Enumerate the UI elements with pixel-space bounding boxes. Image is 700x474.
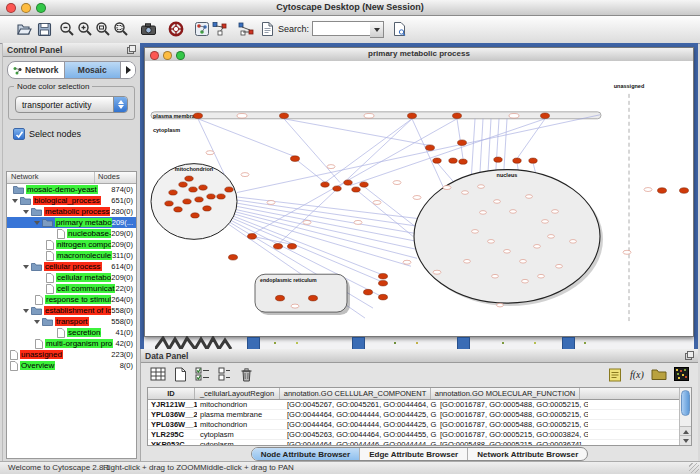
tree-row[interactable]: response to stimulu 264(0): [7, 294, 136, 305]
node-color-dropdown[interactable]: transporter activity: [15, 96, 128, 113]
notepad-icon[interactable]: [606, 365, 624, 383]
table-row[interactable]: YLR295C cytoplasm [GO:0045263, GO:004446…: [148, 430, 691, 440]
tree-row[interactable]: secretion 41(0): [7, 327, 136, 338]
tree-row-count: 209(0): [111, 240, 136, 249]
search-input[interactable]: [312, 21, 374, 36]
tab-node-attribute-browser[interactable]: Node Attribute Browser: [252, 448, 360, 460]
table-row[interactable]: YKR052C cytoplasm [GO:0044464, GO:004444…: [148, 440, 691, 446]
search-dropdown-button[interactable]: [370, 21, 384, 38]
unselect-attributes-icon[interactable]: [215, 365, 233, 383]
tree-row[interactable]: establishment of lo 558(0): [7, 305, 136, 316]
tree-column-network: Network: [7, 172, 94, 183]
snapshot-camera-icon[interactable]: [138, 19, 158, 39]
cell-region: cytoplasm: [197, 430, 284, 439]
node-attribute-table: ID _cellularLayoutRegion annotation.GO C…: [147, 387, 692, 446]
column-header-region[interactable]: _cellularLayoutRegion: [195, 388, 280, 399]
cell-component: [GO:0045263, GO:0044464, GO:0044455, G..…: [284, 430, 437, 439]
zoom-in-icon[interactable]: [75, 19, 95, 39]
svg-text:endoplasmic reticulum: endoplasmic reticulum: [260, 277, 317, 283]
tree-row[interactable]: metabolic process 280(0): [7, 206, 136, 217]
tree-row-count: 22(0): [115, 284, 136, 293]
cell-id: YPL036W__1: [148, 420, 197, 429]
table-row[interactable]: YPL036W__1 mitochondrion [GO:0044464, GO…: [148, 420, 691, 430]
tab-network-attribute-browser[interactable]: Network Attribute Browser: [467, 448, 587, 460]
open-file-icon[interactable]: [14, 19, 34, 39]
scroll-down-button[interactable]: [680, 435, 691, 445]
network-canvas[interactable]: plasma membrane cytoplasm unassigned: [145, 61, 693, 336]
tab-mosaic[interactable]: Mosaic: [64, 62, 122, 78]
search-config-icon[interactable]: [389, 19, 409, 39]
tree-row[interactable]: mosaic-demo-yeast 874(0): [7, 184, 136, 195]
column-header-cellular-component[interactable]: annotation.GO CELLULAR_COMPONENT: [280, 388, 431, 399]
control-panel-tabs: Network Mosaic: [7, 61, 136, 79]
formula-icon[interactable]: f(x): [628, 365, 646, 383]
help-lifering-icon[interactable]: [166, 19, 186, 39]
table-row[interactable]: YJR121W__1 mitochondrion [GO:0045267, GO…: [148, 400, 691, 410]
app-titlebar: Cytoscape Desktop (New Session): [0, 0, 700, 16]
network-tree-panel: Network Nodes mosaic-demo-yeast 874(0) b…: [6, 171, 137, 459]
layout-network-icon[interactable]: [210, 19, 230, 39]
float-panel-icon[interactable]: [127, 45, 136, 54]
network-view-window: primary metabolic process plasma membran…: [144, 47, 694, 337]
tree-row[interactable]: cell communicat 22(0): [7, 283, 136, 294]
tab-edge-attribute-browser[interactable]: Edge Attribute Browser: [359, 448, 467, 460]
tree-row-count: 264(0): [111, 295, 136, 304]
zoom-selected-icon[interactable]: [111, 19, 131, 39]
save-icon[interactable]: [34, 19, 54, 39]
tree-row-count: 41(0): [115, 328, 136, 337]
tree-row[interactable]: unassigned 223(0): [7, 349, 136, 360]
endoplasmic-reticulum-region: endoplasmic reticulum: [255, 274, 350, 315]
tree-expand-icon[interactable]: [23, 309, 29, 313]
zoom-fit-icon[interactable]: [93, 19, 113, 39]
node-color-selection-label: Node color selection: [14, 82, 92, 91]
select-attributes-icon[interactable]: [193, 365, 211, 383]
tree-row[interactable]: transport 558(0): [7, 316, 136, 327]
tree-row-count: 8(0): [120, 361, 136, 370]
tree-expand-icon[interactable]: [12, 199, 18, 203]
attribute-matrix-icon[interactable]: [672, 365, 690, 383]
tree-row[interactable]: multi-organism pro 42(0): [7, 338, 136, 349]
tree-expand-icon[interactable]: [23, 210, 29, 214]
tab-network[interactable]: Network: [8, 62, 64, 78]
tree-row[interactable]: cellular process 614(0): [7, 261, 136, 272]
cytoplasm-label: cytoplasm: [153, 127, 180, 133]
tree-row-label: transport: [55, 317, 89, 326]
tree-row[interactable]: cellular metabo 209(0): [7, 272, 136, 283]
background-window-strip: [144, 336, 694, 349]
column-header-id[interactable]: ID: [148, 388, 195, 399]
network-window-titlebar[interactable]: primary metabolic process: [145, 48, 693, 62]
tree-expand-icon[interactable]: [23, 265, 29, 269]
tree-row[interactable]: biological_process 651(0): [7, 195, 136, 206]
zoom-out-icon[interactable]: [57, 19, 77, 39]
layout-network-icon-2[interactable]: [236, 19, 256, 39]
tree-row-count: 42(0): [115, 339, 136, 348]
network-overview-icon[interactable]: [192, 19, 212, 39]
tree-row-selected[interactable]: primary metabo 209(...: [7, 217, 136, 228]
tree-row[interactable]: nucleobase- 209(0): [7, 228, 136, 239]
tree-row-count: 209(0): [111, 273, 136, 282]
tree-row[interactable]: macromolecule 311(0): [7, 250, 136, 261]
new-attribute-icon[interactable]: [171, 365, 189, 383]
table-scrollbar[interactable]: [679, 388, 691, 445]
status-pan-hint: Middle-click + drag to PAN: [200, 463, 294, 472]
delete-attribute-trash-icon[interactable]: [237, 365, 255, 383]
tree-expand-icon[interactable]: [34, 221, 40, 225]
tab-overflow-button[interactable]: [121, 62, 135, 78]
folder-icon: [31, 262, 42, 271]
attribute-table-icon[interactable]: [149, 365, 167, 383]
table-row[interactable]: YPL036W__2 plasma membrane [GO:0044464, …: [148, 410, 691, 420]
tree-expand-icon[interactable]: [34, 320, 40, 324]
scrollbar-thumb[interactable]: [681, 390, 690, 416]
file-icon: [57, 328, 65, 338]
tree-row-label: response to stimulu: [45, 295, 111, 304]
annotation-doc-icon[interactable]: [257, 19, 277, 39]
float-panel-icon[interactable]: [685, 351, 694, 360]
select-nodes-checkbox[interactable]: [13, 128, 25, 140]
tree-row[interactable]: Overview 8(0): [7, 360, 136, 371]
tree-row-label: biological_process: [33, 196, 101, 205]
column-header-molecular-function[interactable]: annotation.GO MOLECULAR_FUNCTION: [431, 388, 580, 399]
import-attributes-folder-icon[interactable]: [650, 365, 668, 383]
cell-function: [GO:0016787, GO:0005488, GO:0005215, G..…: [437, 410, 588, 419]
tree-row[interactable]: nitrogen compo 209(0): [7, 239, 136, 250]
resize-grip[interactable]: [689, 463, 699, 473]
